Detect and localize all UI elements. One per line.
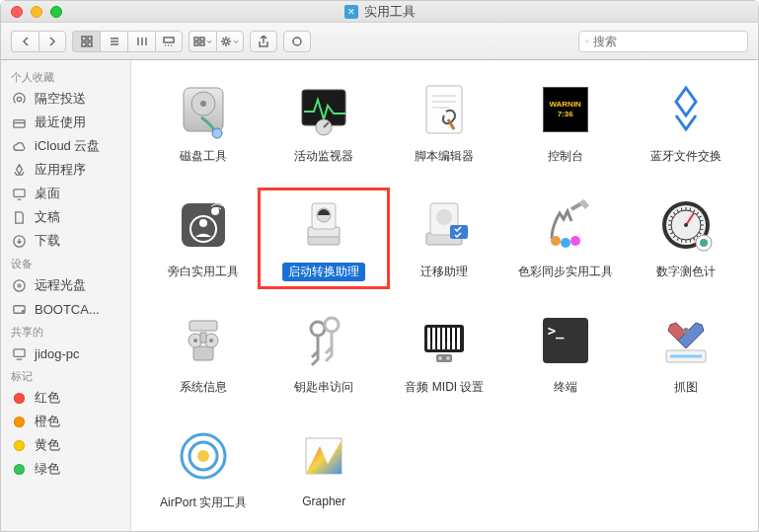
app-label: 钥匙串访问 — [288, 378, 359, 397]
app-item[interactable]: 抓图 — [628, 309, 744, 397]
close-button[interactable] — [11, 6, 23, 18]
app-icon — [172, 309, 235, 372]
tags-header: 标记 — [1, 365, 130, 386]
apps-icon — [11, 162, 27, 178]
svg-point-17 — [18, 284, 21, 287]
sidebar-item-desktop[interactable]: 桌面 — [1, 182, 130, 205]
svg-point-70 — [684, 223, 688, 227]
svg-rect-5 — [194, 38, 198, 40]
svg-rect-84 — [432, 328, 435, 349]
app-icon: >_ — [534, 309, 597, 372]
svg-rect-87 — [447, 328, 450, 349]
sidebar-tag[interactable]: 橙色 — [1, 410, 130, 433]
svg-rect-85 — [437, 328, 440, 349]
list-view-button[interactable] — [100, 31, 127, 52]
svg-point-42 — [570, 236, 580, 246]
app-item[interactable]: 蓝牙文件交换 — [628, 78, 744, 166]
svg-rect-0 — [82, 37, 86, 40]
svg-rect-4 — [164, 38, 174, 42]
cloud-icon — [11, 138, 27, 154]
svg-rect-94 — [455, 328, 457, 342]
app-item[interactable]: 活动监视器 — [266, 78, 382, 166]
traffic-lights — [1, 6, 62, 18]
search-input[interactable] — [593, 35, 741, 48]
svg-rect-91 — [435, 328, 437, 342]
app-item[interactable]: 钥匙串访问 — [266, 309, 382, 397]
window-title: ✕ 实用工具 — [344, 3, 416, 21]
app-label: 旁白实用工具 — [162, 263, 245, 281]
titlebar: ✕ 实用工具 — [1, 1, 758, 23]
app-label: 数字测色计 — [650, 263, 721, 281]
svg-rect-27 — [426, 86, 462, 133]
svg-rect-1 — [88, 37, 92, 40]
svg-point-40 — [551, 236, 561, 246]
app-label: Grapher — [296, 494, 351, 509]
sidebar-item-airdrop[interactable]: 隔空投送 — [1, 87, 130, 111]
forward-button[interactable] — [38, 31, 66, 52]
app-item[interactable]: 磁盘工具 — [145, 78, 262, 166]
group-button[interactable] — [189, 31, 216, 52]
app-item[interactable]: 旁白实用工具 — [145, 193, 262, 281]
toolbar — [1, 23, 758, 60]
app-item[interactable]: 色彩同步实用工具 — [507, 193, 624, 281]
action-button[interactable] — [216, 31, 244, 52]
app-icon — [534, 193, 597, 257]
svg-rect-83 — [427, 328, 430, 349]
sidebar-item-icloud[interactable]: iCloud 云盘 — [1, 134, 130, 158]
app-item[interactable]: WARNIN7:36控制台 — [507, 78, 624, 166]
app-label: 系统信息 — [174, 378, 233, 397]
svg-rect-3 — [88, 42, 92, 46]
sidebar-item-bootcamp[interactable]: BOOTCA... — [1, 297, 130, 321]
app-item[interactable]: 数字测色计 — [628, 193, 744, 281]
app-item[interactable]: >_终端 — [507, 309, 624, 397]
icon-grid: 磁盘工具活动监视器脚本编辑器WARNIN7:36控制台蓝牙文件交换旁白实用工具启… — [145, 78, 744, 512]
svg-rect-14 — [13, 189, 24, 196]
app-icon — [292, 309, 355, 372]
app-item[interactable]: Grapher — [266, 424, 382, 512]
app-item[interactable]: 系统信息 — [145, 309, 262, 397]
svg-point-97 — [446, 356, 450, 360]
sidebar-tag[interactable]: 黄色 — [1, 433, 130, 457]
sidebar-item-shared-pc[interactable]: jidog-pc — [1, 342, 130, 365]
sidebar-item-apps[interactable]: 应用程序 — [1, 158, 130, 182]
app-item[interactable]: 音频 MIDI 设置 — [386, 309, 502, 397]
app-label: 抓图 — [668, 378, 704, 397]
app-icon — [172, 78, 235, 141]
recents-icon — [11, 114, 27, 130]
app-item[interactable]: 迁移助理 — [386, 193, 502, 281]
app-item[interactable]: 脚本编辑器 — [386, 78, 502, 166]
back-button[interactable] — [11, 31, 38, 52]
app-item[interactable]: AirPort 实用工具 — [145, 424, 262, 512]
app-icon — [292, 424, 355, 488]
app-icon — [413, 193, 476, 257]
svg-point-23 — [200, 101, 206, 107]
utilities-folder-icon: ✕ — [344, 5, 358, 19]
svg-point-98 — [683, 328, 689, 334]
sidebar-tag[interactable]: 绿色 — [1, 457, 130, 481]
sidebar-item-remote-disc[interactable]: 远程光盘 — [1, 273, 130, 297]
app-label: 音频 MIDI 设置 — [399, 378, 490, 397]
column-view-button[interactable] — [127, 31, 155, 52]
icon-view-button[interactable] — [72, 31, 100, 52]
svg-point-19 — [22, 310, 24, 312]
desktop-icon — [11, 186, 27, 201]
tags-button[interactable] — [283, 31, 311, 52]
minimize-button[interactable] — [31, 6, 42, 18]
zoom-button[interactable] — [50, 6, 62, 18]
sidebar-item-downloads[interactable]: 下载 — [1, 229, 130, 253]
svg-rect-39 — [450, 225, 468, 239]
app-label: 磁盘工具 — [174, 147, 233, 166]
svg-point-11 — [586, 39, 588, 41]
sidebar-tag[interactable]: 红色 — [1, 386, 130, 410]
app-label: 终端 — [548, 378, 583, 397]
sidebar-item-documents[interactable]: 文稿 — [1, 205, 130, 229]
svg-rect-7 — [194, 42, 198, 45]
svg-point-80 — [311, 322, 325, 336]
gallery-view-button[interactable] — [155, 31, 183, 52]
search-field[interactable] — [578, 31, 748, 52]
svg-point-78 — [193, 339, 197, 342]
app-icon — [654, 193, 718, 257]
sidebar-item-recents[interactable]: 最近使用 — [1, 111, 130, 134]
share-button[interactable] — [250, 31, 277, 52]
svg-rect-2 — [82, 42, 86, 46]
